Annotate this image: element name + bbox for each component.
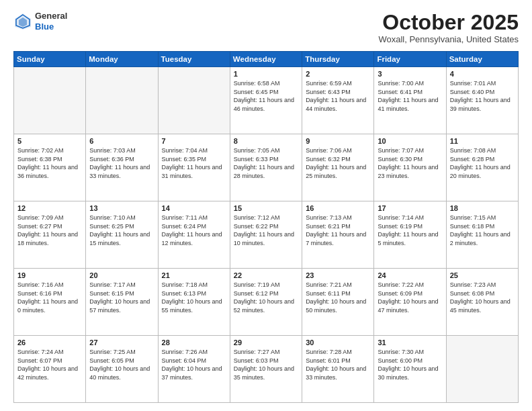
day-number: 16 — [306, 204, 370, 212]
cell-text: Sunrise: 7:03 AM Sunset: 6:36 PM Dayligh… — [89, 146, 154, 180]
calendar-cell: 11Sunrise: 7:08 AM Sunset: 6:28 PM Dayli… — [446, 134, 518, 201]
day-number: 18 — [450, 204, 515, 212]
day-number: 22 — [234, 271, 298, 279]
calendar-cell: 1Sunrise: 6:58 AM Sunset: 6:45 PM Daylig… — [230, 67, 302, 134]
day-number: 21 — [162, 271, 226, 279]
day-number: 12 — [17, 204, 82, 212]
calendar-cell: 15Sunrise: 7:12 AM Sunset: 6:22 PM Dayli… — [230, 201, 302, 269]
cell-text: Sunrise: 7:22 AM Sunset: 6:09 PM Dayligh… — [378, 281, 442, 314]
calendar-cell: 29Sunrise: 7:27 AM Sunset: 6:03 PM Dayli… — [230, 336, 302, 403]
weekday-header: Saturday — [446, 52, 518, 67]
calendar-week-row: 26Sunrise: 7:24 AM Sunset: 6:07 PM Dayli… — [14, 336, 519, 403]
calendar-cell — [86, 67, 158, 134]
calendar-cell: 24Sunrise: 7:22 AM Sunset: 6:09 PM Dayli… — [374, 269, 446, 336]
cell-text: Sunrise: 7:06 AM Sunset: 6:32 PM Dayligh… — [306, 146, 370, 180]
cell-text: Sunrise: 7:18 AM Sunset: 6:13 PM Dayligh… — [162, 281, 226, 314]
day-number: 2 — [306, 70, 370, 78]
cell-text: Sunrise: 7:21 AM Sunset: 6:11 PM Dayligh… — [306, 281, 370, 314]
day-number: 29 — [234, 338, 298, 347]
day-number: 14 — [162, 204, 226, 212]
cell-text: Sunrise: 7:24 AM Sunset: 6:07 PM Dayligh… — [17, 348, 82, 381]
calendar-cell: 5Sunrise: 7:02 AM Sunset: 6:38 PM Daylig… — [14, 134, 86, 201]
calendar-table: SundayMondayTuesdayWednesdayThursdayFrid… — [13, 51, 519, 403]
day-number: 7 — [162, 137, 226, 145]
calendar-cell: 6Sunrise: 7:03 AM Sunset: 6:36 PM Daylig… — [86, 134, 158, 201]
calendar-cell: 30Sunrise: 7:28 AM Sunset: 6:01 PM Dayli… — [302, 336, 374, 403]
calendar-cell: 27Sunrise: 7:25 AM Sunset: 6:05 PM Dayli… — [86, 336, 158, 403]
header: General Blue October 2025 Woxall, Pennsy… — [13, 11, 519, 44]
cell-text: Sunrise: 7:25 AM Sunset: 6:05 PM Dayligh… — [89, 348, 154, 381]
calendar-cell: 10Sunrise: 7:07 AM Sunset: 6:30 PM Dayli… — [374, 134, 446, 201]
calendar-week-row: 1Sunrise: 6:58 AM Sunset: 6:45 PM Daylig… — [14, 67, 519, 134]
title-area: October 2025 Woxall, Pennsylvania, Unite… — [378, 11, 519, 44]
logo-text: General Blue — [35, 11, 67, 32]
cell-text: Sunrise: 6:58 AM Sunset: 6:45 PM Dayligh… — [234, 79, 298, 113]
calendar-week-row: 12Sunrise: 7:09 AM Sunset: 6:27 PM Dayli… — [14, 201, 519, 269]
page: General Blue October 2025 Woxall, Pennsy… — [0, 0, 532, 411]
calendar-cell: 8Sunrise: 7:05 AM Sunset: 6:33 PM Daylig… — [230, 134, 302, 201]
calendar-cell: 25Sunrise: 7:23 AM Sunset: 6:08 PM Dayli… — [446, 269, 518, 336]
day-number: 28 — [162, 338, 226, 347]
cell-text: Sunrise: 7:30 AM Sunset: 6:00 PM Dayligh… — [378, 348, 442, 381]
calendar-cell — [446, 336, 518, 403]
day-number: 27 — [89, 338, 154, 347]
cell-text: Sunrise: 7:02 AM Sunset: 6:38 PM Dayligh… — [17, 146, 82, 180]
weekday-header: Friday — [374, 52, 446, 67]
day-number: 10 — [378, 137, 442, 145]
calendar-cell: 31Sunrise: 7:30 AM Sunset: 6:00 PM Dayli… — [374, 336, 446, 403]
calendar-cell: 17Sunrise: 7:14 AM Sunset: 6:19 PM Dayli… — [374, 201, 446, 269]
day-number: 6 — [89, 137, 154, 145]
calendar-cell: 22Sunrise: 7:19 AM Sunset: 6:12 PM Dayli… — [230, 269, 302, 336]
cell-text: Sunrise: 7:19 AM Sunset: 6:12 PM Dayligh… — [234, 281, 298, 314]
cell-text: Sunrise: 7:10 AM Sunset: 6:25 PM Dayligh… — [89, 214, 154, 247]
day-number: 15 — [234, 204, 298, 212]
cell-text: Sunrise: 7:14 AM Sunset: 6:19 PM Dayligh… — [378, 214, 442, 247]
cell-text: Sunrise: 7:07 AM Sunset: 6:30 PM Dayligh… — [378, 146, 442, 180]
calendar-cell: 14Sunrise: 7:11 AM Sunset: 6:24 PM Dayli… — [158, 201, 230, 269]
cell-text: Sunrise: 7:26 AM Sunset: 6:04 PM Dayligh… — [162, 348, 226, 381]
calendar-cell: 4Sunrise: 7:01 AM Sunset: 6:40 PM Daylig… — [446, 67, 518, 134]
day-number: 8 — [234, 137, 298, 145]
cell-text: Sunrise: 7:16 AM Sunset: 6:16 PM Dayligh… — [17, 281, 82, 314]
calendar-cell: 18Sunrise: 7:15 AM Sunset: 6:18 PM Dayli… — [446, 201, 518, 269]
day-number: 31 — [378, 338, 442, 347]
calendar-cell — [158, 67, 230, 134]
month-title: October 2025 — [378, 11, 519, 34]
day-number: 24 — [378, 271, 442, 279]
calendar-cell: 16Sunrise: 7:13 AM Sunset: 6:21 PM Dayli… — [302, 201, 374, 269]
day-number: 19 — [17, 271, 82, 279]
cell-text: Sunrise: 7:27 AM Sunset: 6:03 PM Dayligh… — [234, 348, 298, 381]
calendar-cell: 13Sunrise: 7:10 AM Sunset: 6:25 PM Dayli… — [86, 201, 158, 269]
cell-text: Sunrise: 7:13 AM Sunset: 6:21 PM Dayligh… — [306, 214, 370, 247]
calendar-cell: 2Sunrise: 6:59 AM Sunset: 6:43 PM Daylig… — [302, 67, 374, 134]
calendar-cell: 7Sunrise: 7:04 AM Sunset: 6:35 PM Daylig… — [158, 134, 230, 201]
calendar-cell: 20Sunrise: 7:17 AM Sunset: 6:15 PM Dayli… — [86, 269, 158, 336]
cell-text: Sunrise: 7:15 AM Sunset: 6:18 PM Dayligh… — [450, 214, 515, 247]
cell-text: Sunrise: 7:12 AM Sunset: 6:22 PM Dayligh… — [234, 214, 298, 247]
day-number: 1 — [234, 70, 298, 78]
weekday-header: Wednesday — [230, 52, 302, 67]
calendar-cell — [14, 67, 86, 134]
day-number: 5 — [17, 137, 82, 145]
calendar-week-row: 5Sunrise: 7:02 AM Sunset: 6:38 PM Daylig… — [14, 134, 519, 201]
calendar-cell: 9Sunrise: 7:06 AM Sunset: 6:32 PM Daylig… — [302, 134, 374, 201]
day-number: 13 — [89, 204, 154, 212]
calendar-cell: 21Sunrise: 7:18 AM Sunset: 6:13 PM Dayli… — [158, 269, 230, 336]
day-number: 4 — [450, 70, 515, 78]
calendar-cell: 12Sunrise: 7:09 AM Sunset: 6:27 PM Dayli… — [14, 201, 86, 269]
calendar-cell: 26Sunrise: 7:24 AM Sunset: 6:07 PM Dayli… — [14, 336, 86, 403]
location: Woxall, Pennsylvania, United States — [378, 34, 519, 44]
calendar-cell: 23Sunrise: 7:21 AM Sunset: 6:11 PM Dayli… — [302, 269, 374, 336]
weekday-header: Sunday — [14, 52, 86, 67]
weekday-header: Tuesday — [158, 52, 230, 67]
cell-text: Sunrise: 7:05 AM Sunset: 6:33 PM Dayligh… — [234, 146, 298, 180]
cell-text: Sunrise: 7:08 AM Sunset: 6:28 PM Dayligh… — [450, 146, 515, 180]
day-number: 11 — [450, 137, 515, 145]
cell-text: Sunrise: 7:28 AM Sunset: 6:01 PM Dayligh… — [306, 348, 370, 381]
calendar-week-row: 19Sunrise: 7:16 AM Sunset: 6:16 PM Dayli… — [14, 269, 519, 336]
calendar-header-row: SundayMondayTuesdayWednesdayThursdayFrid… — [14, 52, 519, 67]
day-number: 30 — [306, 338, 370, 347]
day-number: 3 — [378, 70, 442, 78]
logo: General Blue — [13, 11, 67, 32]
weekday-header: Monday — [86, 52, 158, 67]
